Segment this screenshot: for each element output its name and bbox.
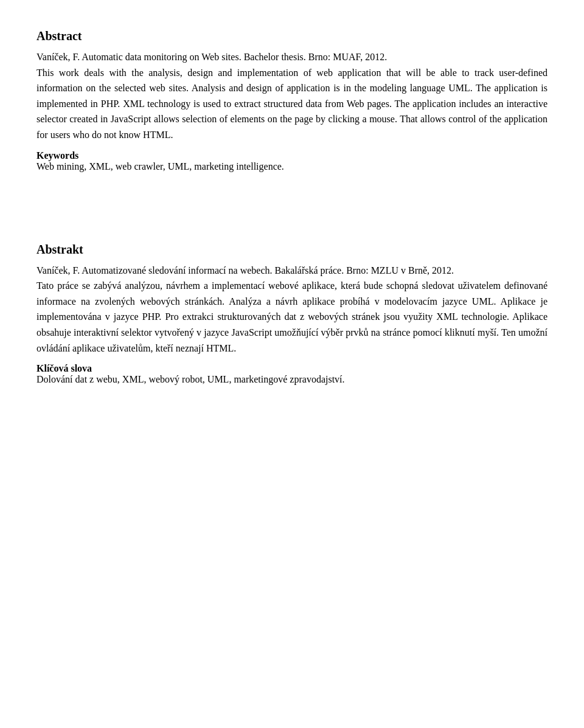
page: Abstract Vaníček, F. Automatic data moni… (0, 0, 584, 436)
keywords-cs-value: Dolování dat z webu, XML, webový robot, … (36, 374, 345, 384)
abstract-cs-citation: Vaníček, F. Automatizované sledování inf… (36, 265, 454, 276)
keywords-en-block: Keywords Web mining, XML, web crawler, U… (36, 150, 548, 172)
abstract-en-section: Abstract Vaníček, F. Automatic data moni… (36, 29, 548, 172)
abstract-en-body: Vaníček, F. Automatic data monitoring on… (36, 49, 548, 143)
keywords-cs-label: Klíčová slova (36, 363, 92, 373)
abstract-en-heading: Abstract (36, 29, 548, 43)
abstract-cs-text: Tato práce se zabývá analýzou, návrhem a… (36, 280, 548, 353)
abstract-cs-section: Abstrakt Vaníček, F. Automatizované sled… (36, 243, 548, 386)
abstract-en-citation: Vaníček, F. Automatic data monitoring on… (36, 52, 387, 62)
keywords-en-value: Web mining, XML, web crawler, UML, marke… (36, 161, 284, 172)
keywords-en-label: Keywords (36, 150, 78, 161)
abstract-en-text: This work deals with the analysis, desig… (36, 68, 548, 140)
abstract-cs-heading: Abstrakt (36, 243, 548, 257)
section-spacer (36, 194, 548, 243)
keywords-cs-block: Klíčová slova Dolování dat z webu, XML, … (36, 363, 548, 385)
abstract-cs-body: Vaníček, F. Automatizované sledování inf… (36, 263, 548, 356)
